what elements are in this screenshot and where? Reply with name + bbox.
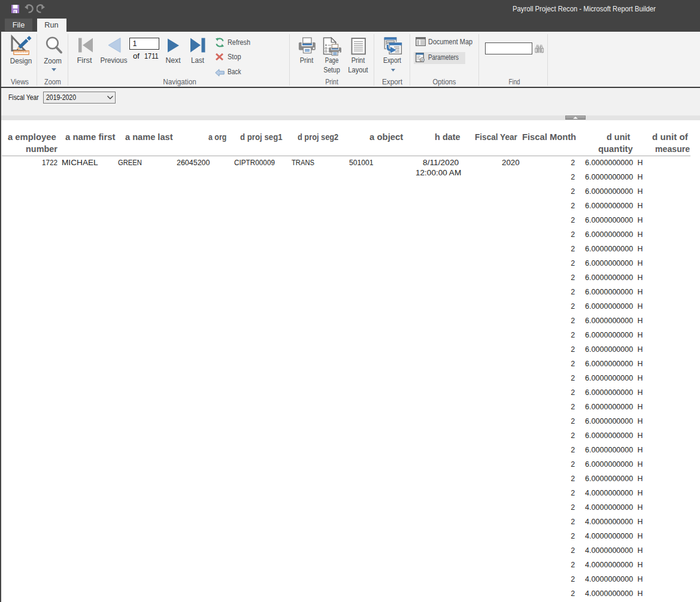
svg-text:@: @ [420,58,424,62]
